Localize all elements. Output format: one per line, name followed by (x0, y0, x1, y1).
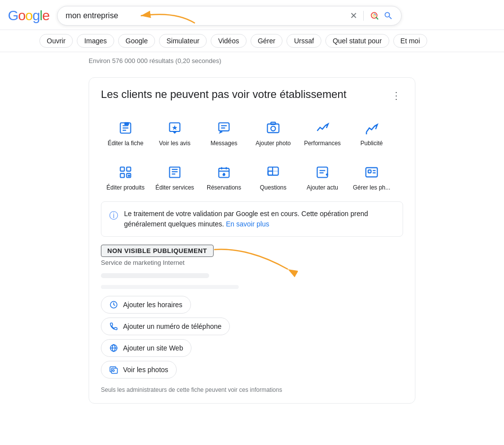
svg-marker-9 (172, 131, 177, 134)
ajouter-actu-icon (314, 163, 331, 181)
editer-fiche-icon (117, 119, 134, 137)
performances-label: Performances (304, 140, 341, 148)
svg-rect-17 (271, 122, 275, 125)
search-filters: Ouvrir Images Google Simulateur Vidéos G… (0, 30, 504, 52)
svg-rect-19 (121, 167, 125, 171)
action-ajouter-photo[interactable]: Ajouter photo (249, 113, 298, 154)
blurred-line-2 (101, 285, 239, 289)
action-reservations[interactable]: Réservations (199, 158, 249, 198)
ajouter-photo-label: Ajouter photo (255, 140, 290, 148)
filter-chip-google[interactable]: Google (118, 34, 155, 48)
performances-icon (314, 119, 331, 137)
editer-fiche-label: Éditer la fiche (108, 140, 144, 148)
action-gerer-ph[interactable]: Gérer les ph... (347, 158, 396, 198)
gerer-ph-label: Gérer les ph... (353, 184, 390, 192)
business-title: Les clients ne peuvent pas voir votre ét… (101, 88, 346, 102)
action-voir-avis[interactable]: Voir les avis (150, 113, 199, 154)
svg-rect-25 (170, 167, 180, 177)
info-box: ⓘ Le traitement de votre validation par … (101, 201, 403, 237)
info-text: Le traitement de votre validation par Go… (124, 209, 395, 229)
svg-point-16 (271, 127, 275, 131)
lens-icon[interactable] (370, 11, 379, 21)
svg-marker-10 (172, 125, 178, 130)
editer-services-label: Éditer services (156, 184, 194, 192)
filter-chip-urssaf[interactable]: Urssaf (286, 34, 321, 48)
messages-label: Messages (211, 140, 238, 148)
business-card: Les clients ne peuvent pas voir votre ét… (89, 77, 415, 404)
gerer-ph-icon (363, 163, 380, 181)
ajouter-actu-label: Ajouter actu (307, 184, 338, 192)
photos-icon (109, 365, 118, 374)
visibility-badge: NON VISIBLE PUBLIQUEMENT (101, 245, 214, 257)
editer-produits-label: Éditer produits (106, 184, 144, 192)
clock-icon (109, 300, 118, 309)
search-bar-wrapper: ✕ (57, 6, 402, 26)
reservations-label: Réservations (207, 184, 241, 192)
more-options-button[interactable]: ⋮ (389, 88, 403, 103)
results-count: Environ 576 000 000 résultats (0,20 seco… (0, 52, 504, 69)
visibility-subtitle: Service de marketing Internet (101, 259, 403, 266)
action-questions[interactable]: Questions (249, 158, 298, 198)
reservations-icon (215, 163, 233, 181)
search-bar: ✕ (57, 6, 402, 26)
ajouter-telephone-button[interactable]: Ajouter un numéro de téléphone (101, 318, 230, 335)
phone-icon (109, 322, 118, 331)
svg-rect-44 (366, 167, 377, 177)
clear-icon[interactable]: ✕ (350, 10, 357, 21)
filter-chip-gerer[interactable]: Gérer (251, 34, 283, 48)
editer-services-icon (166, 163, 184, 181)
filter-chip-statut[interactable]: Quel statut pour (325, 34, 389, 48)
divider (363, 11, 364, 21)
blurred-line-1 (101, 273, 209, 278)
voir-avis-icon (166, 119, 184, 137)
voir-photos-button[interactable]: Voir les photos (101, 361, 177, 379)
search-input[interactable] (65, 11, 346, 20)
business-card-header: Les clients ne peuvent pas voir votre ét… (101, 88, 403, 103)
editer-produits-icon (117, 163, 134, 181)
ajouter-horaires-button[interactable]: Ajouter les horaires (101, 296, 191, 314)
filter-chip-images[interactable]: Images (77, 34, 114, 48)
visibility-section: NON VISIBLE PUBLIQUEMENT Service de mark… (101, 245, 403, 266)
ajouter-site-button[interactable]: Ajouter un site Web (101, 339, 191, 357)
questions-icon (264, 163, 282, 181)
globe-icon (109, 344, 118, 352)
action-editer-fiche[interactable]: Éditer la fiche (101, 113, 150, 154)
action-grid-row2: Éditer produits Éditer services (101, 158, 403, 198)
svg-rect-7 (125, 122, 129, 125)
publicite-icon (363, 119, 380, 137)
svg-rect-21 (121, 173, 125, 177)
filter-chip-ouvrir[interactable]: Ouvrir (39, 34, 73, 48)
svg-rect-39 (317, 167, 328, 177)
main-content: Les clients ne peuvent pas voir votre ét… (0, 69, 423, 412)
info-icon: ⓘ (109, 209, 118, 222)
action-grid-row1: Éditer la fiche Voir les avis (101, 113, 403, 154)
questions-label: Questions (260, 184, 286, 192)
ajouter-telephone-label: Ajouter un numéro de téléphone (123, 322, 221, 330)
search-icon[interactable] (383, 11, 393, 21)
ajouter-horaires-label: Ajouter les horaires (123, 301, 183, 309)
action-editer-produits[interactable]: Éditer produits (101, 158, 150, 198)
header: Google ✕ (0, 0, 504, 30)
filter-chip-etmoi[interactable]: Et moi (393, 34, 428, 48)
svg-rect-11 (219, 123, 229, 131)
filter-chip-videos[interactable]: Vidéos (211, 34, 247, 48)
action-editer-services[interactable]: Éditer services (150, 158, 199, 198)
action-performances[interactable]: Performances (298, 113, 347, 154)
messages-icon (215, 119, 233, 137)
svg-point-33 (223, 174, 225, 176)
action-messages[interactable]: Messages (199, 113, 249, 154)
google-logo: Google (8, 8, 49, 24)
svg-rect-20 (126, 167, 130, 171)
ajouter-site-label: Ajouter un site Web (123, 344, 183, 352)
action-publicite[interactable]: Publicité (347, 113, 396, 154)
action-buttons: Ajouter les horaires Ajouter un numéro d… (101, 296, 403, 379)
filter-chip-simulateur[interactable]: Simulateur (159, 34, 207, 48)
voir-avis-label: Voir les avis (159, 140, 190, 148)
ajouter-photo-icon (264, 119, 282, 137)
footer-note: Seuls les administrateurs de cette fiche… (101, 386, 403, 393)
publicite-label: Publicité (360, 140, 382, 148)
info-link[interactable]: En savoir plus (226, 220, 269, 228)
action-ajouter-actu[interactable]: Ajouter actu (298, 158, 347, 198)
svg-rect-45 (368, 170, 371, 173)
voir-photos-label: Voir les photos (123, 366, 168, 374)
